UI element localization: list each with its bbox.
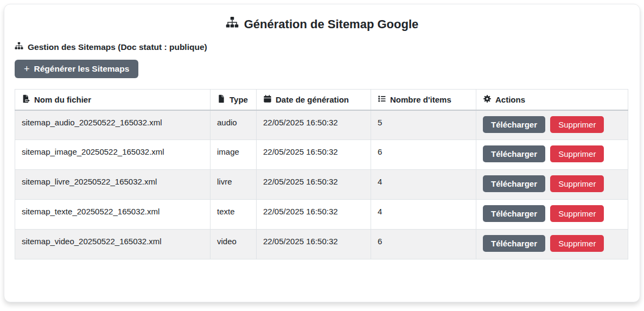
column-header-date: Date de génération (257, 90, 371, 110)
filename-cell: sitemap_image_20250522_165032.xml (15, 140, 211, 170)
download-button[interactable]: Télécharger (483, 145, 545, 162)
actions-cell: Télécharger Supprimer (476, 200, 628, 230)
delete-button[interactable]: Supprimer (550, 235, 604, 252)
items-cell: 4 (371, 170, 476, 200)
delete-button[interactable]: Supprimer (550, 145, 604, 162)
sitemap-icon (15, 42, 23, 53)
items-cell: 4 (371, 200, 476, 230)
filename-cell: sitemap_audio_20250522_165032.xml (15, 110, 211, 140)
column-header-type: Type (211, 90, 257, 110)
file-icon (217, 94, 226, 105)
date-cell: 22/05/2025 16:50:32 (257, 140, 371, 170)
calendar-icon (263, 94, 272, 105)
delete-button[interactable]: Supprimer (550, 116, 604, 133)
download-button[interactable]: Télécharger (483, 205, 545, 222)
actions-cell: Télécharger Supprimer (476, 110, 628, 140)
file-export-icon (22, 94, 30, 105)
date-cell: 22/05/2025 16:50:32 (257, 170, 371, 200)
filename-cell: sitemap_livre_20250522_165032.xml (15, 170, 211, 200)
column-header-actions: Actions (476, 90, 628, 110)
page-title-text: Génération de Sitemap Google (244, 17, 419, 31)
table-row: sitemap_video_20250522_165032.xml video … (15, 230, 628, 259)
section-subtitle: Gestion des Sitemaps (Doc statut : publi… (14, 42, 630, 53)
section-subtitle-text: Gestion des Sitemaps (Doc statut : publi… (28, 42, 207, 52)
items-cell: 5 (371, 110, 476, 140)
column-header-filename: Nom du fichier (15, 90, 211, 110)
table-header: Nom du fichier Type (15, 90, 628, 110)
items-cell: 6 (371, 140, 476, 170)
type-cell: audio (211, 110, 257, 140)
table-row: sitemap_texte_20250522_165032.xml texte … (15, 200, 628, 230)
regenerate-sitemaps-label: Régénérer les Sitemaps (34, 64, 130, 74)
gear-icon (483, 94, 492, 105)
table-row: sitemap_livre_20250522_165032.xml livre … (15, 170, 628, 200)
download-button[interactable]: Télécharger (483, 116, 545, 133)
filename-cell: sitemap_texte_20250522_165032.xml (15, 200, 211, 230)
plus-icon: + (24, 65, 30, 73)
delete-button[interactable]: Supprimer (550, 205, 604, 222)
column-header-filename-label: Nom du fichier (34, 95, 91, 104)
type-cell: video (211, 230, 257, 259)
column-header-items-label: Nombre d'items (390, 95, 451, 104)
sitemap-icon (226, 16, 239, 33)
sitemaps-table: Nom du fichier Type (15, 89, 628, 259)
sitemap-card: Génération de Sitemap Google Gestion des… (4, 4, 640, 302)
date-cell: 22/05/2025 16:50:32 (257, 110, 371, 140)
download-button[interactable]: Télécharger (483, 175, 545, 192)
type-cell: texte (211, 200, 257, 230)
actions-cell: Télécharger Supprimer (476, 230, 628, 259)
filename-cell: sitemap_video_20250522_165032.xml (15, 230, 211, 259)
type-cell: image (211, 140, 257, 170)
table-row: sitemap_image_20250522_165032.xml image … (15, 140, 628, 170)
date-cell: 22/05/2025 16:50:32 (257, 230, 371, 259)
column-header-date-label: Date de génération (276, 95, 349, 104)
delete-button[interactable]: Supprimer (550, 175, 604, 192)
type-cell: livre (211, 170, 257, 200)
list-icon (378, 94, 386, 105)
download-button[interactable]: Télécharger (483, 235, 545, 252)
regenerate-sitemaps-button[interactable]: + Régénérer les Sitemaps (15, 60, 138, 78)
actions-cell: Télécharger Supprimer (476, 170, 628, 200)
column-header-actions-label: Actions (495, 95, 525, 104)
page-title: Génération de Sitemap Google (14, 16, 630, 33)
column-header-items: Nombre d'items (371, 90, 476, 110)
items-cell: 6 (371, 230, 476, 259)
column-header-type-label: Type (229, 95, 248, 104)
table-row: sitemap_audio_20250522_165032.xml audio … (15, 110, 628, 140)
actions-cell: Télécharger Supprimer (476, 140, 628, 170)
date-cell: 22/05/2025 16:50:32 (257, 200, 371, 230)
